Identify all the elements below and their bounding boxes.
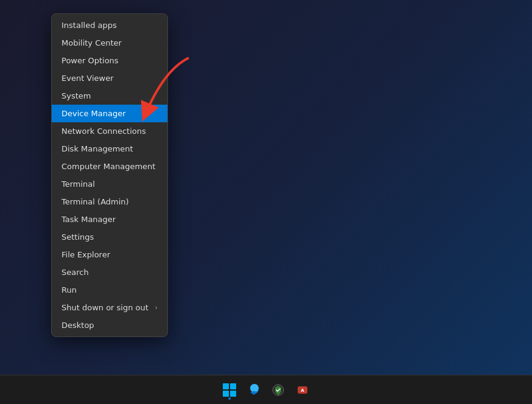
- menu-item-terminal[interactable]: Terminal: [52, 175, 167, 193]
- menu-item-label: Search: [61, 268, 89, 277]
- menu-item-label: File Explorer: [61, 250, 110, 259]
- svg-text:A: A: [301, 388, 304, 393]
- menu-item-shut-down-or-sign-out[interactable]: Shut down or sign out›: [52, 299, 167, 316]
- menu-item-label: Terminal: [61, 179, 95, 189]
- menu-item-label: Computer Management: [61, 162, 155, 171]
- svg-point-1: [251, 391, 257, 394]
- active-indicator: [228, 397, 231, 400]
- menu-item-label: Network Connections: [61, 127, 146, 136]
- menu-item-label: Settings: [61, 232, 94, 242]
- menu-item-label: System: [61, 91, 91, 100]
- menu-item-run[interactable]: Run: [52, 281, 167, 299]
- menu-item-event-viewer[interactable]: Event Viewer: [52, 69, 167, 87]
- desktop: Installed appsMobility CenterPower Optio…: [0, 0, 532, 404]
- menu-item-search[interactable]: Search: [52, 263, 167, 281]
- edge-icon: [247, 383, 261, 397]
- game-button[interactable]: A: [292, 379, 313, 401]
- menu-item-settings[interactable]: Settings: [52, 228, 167, 246]
- menu-item-device-manager[interactable]: Device Manager: [52, 105, 167, 122]
- menu-item-label: Task Manager: [61, 215, 116, 224]
- menu-item-task-manager[interactable]: Task Manager: [52, 211, 167, 228]
- menu-item-desktop[interactable]: Desktop: [52, 316, 167, 334]
- menu-item-power-options[interactable]: Power Options: [52, 52, 167, 69]
- menu-item-mobility-center[interactable]: Mobility Center: [52, 34, 167, 52]
- security-icon: [271, 383, 285, 397]
- menu-item-network-connections[interactable]: Network Connections: [52, 122, 167, 140]
- game-icon: A: [296, 383, 309, 397]
- start-button[interactable]: [219, 379, 240, 401]
- menu-item-label: Power Options: [61, 56, 119, 65]
- menu-item-label: Disk Management: [61, 144, 133, 153]
- menu-item-file-explorer[interactable]: File Explorer: [52, 246, 167, 263]
- menu-item-label: Event Viewer: [61, 74, 114, 83]
- menu-item-label: Device Manager: [61, 109, 126, 118]
- menu-item-installed-apps[interactable]: Installed apps: [52, 16, 167, 34]
- menu-item-label: Mobility Center: [61, 38, 122, 47]
- menu-item-terminal-admin[interactable]: Terminal (Admin): [52, 193, 167, 211]
- context-menu: Installed appsMobility CenterPower Optio…: [51, 13, 168, 337]
- menu-item-label: Terminal (Admin): [61, 197, 129, 206]
- menu-item-computer-management[interactable]: Computer Management: [52, 158, 167, 175]
- submenu-chevron-icon: ›: [155, 304, 158, 312]
- menu-item-label: Run: [61, 285, 77, 294]
- menu-item-label: Desktop: [61, 321, 94, 330]
- edge-button[interactable]: [243, 379, 265, 401]
- windows-icon: [223, 383, 236, 397]
- menu-item-system[interactable]: System: [52, 87, 167, 105]
- menu-item-label: Shut down or sign out: [61, 303, 149, 312]
- security-button[interactable]: [267, 379, 289, 401]
- menu-item-label: Installed apps: [61, 21, 117, 30]
- taskbar: A: [0, 375, 532, 404]
- menu-item-disk-management[interactable]: Disk Management: [52, 140, 167, 158]
